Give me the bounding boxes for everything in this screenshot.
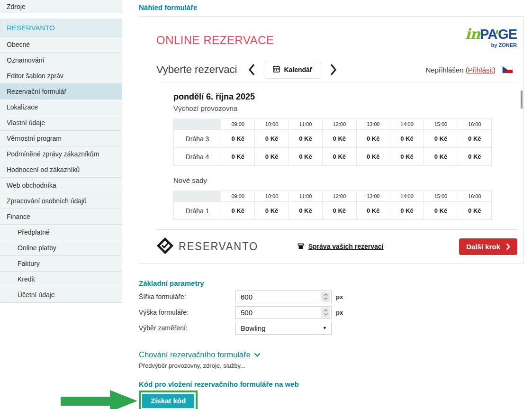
price-slot[interactable]: 0 Kč	[255, 202, 289, 220]
time-header: 14:00	[390, 191, 424, 202]
login-status-text: Nepřihlášen	[425, 66, 463, 74]
price-slot[interactable]: 0 Kč	[458, 202, 491, 220]
price-slot[interactable]: 0 Kč	[221, 148, 255, 166]
price-slot[interactable]: 0 Kč	[390, 202, 424, 220]
page: Zdroje RESERVANTO ObecnéOznamováníEditor…	[0, 0, 532, 409]
sidebar-item[interactable]: Předplatné	[0, 225, 122, 240]
price-slot[interactable]: 0 Kč	[424, 202, 458, 220]
behavior-subtitle: Předvýběr provozovny, zdroje, služby...	[139, 362, 524, 369]
login-status-block: Nepřihlášen (Přihlásit)	[425, 66, 513, 74]
lane-label: Dráha 3	[174, 130, 221, 148]
price-slot[interactable]: 0 Kč	[424, 130, 458, 148]
price-slot[interactable]: 0 Kč	[221, 202, 255, 220]
preview-scrollbar-thumb[interactable]	[521, 91, 523, 109]
venue-subtitle: Výchozí provozovna	[173, 104, 492, 113]
focus-select[interactable]: Bowling ▼	[235, 322, 332, 335]
sidebar-item[interactable]: Editor šablon zpráv	[0, 68, 122, 84]
time-header: 13:00	[356, 119, 390, 130]
czech-flag-icon[interactable]	[503, 66, 513, 73]
sidebar-item[interactable]: Vlastní údaje	[0, 115, 122, 131]
form-width-row: Šířka formuláře: px	[139, 290, 524, 303]
form-focus-label: Výběr zaměření:	[139, 324, 235, 332]
calendar-view-button[interactable]: Kalendář	[264, 61, 321, 79]
behavior-link[interactable]: Chování rezervačního formuláře	[139, 350, 251, 359]
calendar-icon	[273, 65, 280, 74]
manage-reservations-link[interactable]: Správa vašich rezervací	[298, 243, 384, 250]
form-width-unit: px	[336, 293, 343, 300]
sidebar-item[interactable]: Obecné	[0, 37, 122, 53]
price-slot[interactable]: 0 Kč	[289, 130, 322, 148]
time-header: 11:00	[289, 119, 322, 130]
price-slot[interactable]: 0 Kč	[356, 148, 390, 166]
sidebar-item[interactable]: Věrnostní program	[0, 131, 122, 146]
price-slot[interactable]: 0 Kč	[289, 148, 322, 166]
time-header: 16:00	[458, 191, 491, 202]
schedule-row: Dráha 30 Kč0 Kč0 Kč0 Kč0 Kč0 Kč0 Kč0 Kč	[174, 130, 492, 148]
reservation-nav-row: Vyberte rezervaci	[156, 60, 513, 79]
reservanto-brand: RESERVANTO	[156, 237, 265, 256]
spinner-icon[interactable]	[321, 308, 330, 318]
price-slot[interactable]: 0 Kč	[323, 130, 356, 148]
price-slot[interactable]: 0 Kč	[289, 202, 322, 220]
get-code-row: Získat kód	[139, 391, 524, 409]
time-header: 16:00	[458, 119, 491, 130]
sidebar-item[interactable]: Web obchodníka	[0, 178, 122, 193]
sidebar-item[interactable]: Oznamování	[0, 53, 122, 68]
price-slot[interactable]: 0 Kč	[356, 202, 390, 220]
next-step-label: Další krok	[466, 243, 500, 251]
spinner-icon[interactable]	[321, 292, 330, 302]
price-slot[interactable]: 0 Kč	[323, 202, 356, 220]
login-link[interactable]: Přihlásit	[468, 66, 493, 74]
time-header: 12:00	[323, 119, 356, 130]
price-slot[interactable]: 0 Kč	[356, 130, 390, 148]
sidebar-item[interactable]: Hodnocení od zákazníků	[0, 162, 122, 178]
behavior-link-row: Chování rezervačního formuláře	[139, 350, 524, 359]
time-header: 10:00	[255, 191, 289, 202]
price-slot[interactable]: 0 Kč	[458, 148, 491, 166]
second-venue-title: Nové sady	[173, 176, 492, 185]
form-width-input[interactable]	[236, 291, 331, 303]
schedule-row: Dráha 40 Kč0 Kč0 Kč0 Kč0 Kč0 Kč0 Kč0 Kč	[174, 148, 492, 166]
price-slot[interactable]: 0 Kč	[323, 148, 356, 166]
sidebar-item[interactable]: Podmíněné zprávy zákazníkům	[0, 146, 122, 162]
chevron-right-icon[interactable]	[328, 64, 339, 76]
sidebar-item[interactable]: Online platby	[0, 240, 122, 256]
login-paren-close: )	[493, 66, 496, 74]
time-header: 14:00	[390, 119, 424, 130]
form-height-input[interactable]	[236, 307, 331, 318]
sidebar: Zdroje RESERVANTO ObecnéOznamováníEditor…	[0, 0, 122, 409]
price-slot[interactable]: 0 Kč	[255, 148, 289, 166]
price-slot[interactable]: 0 Kč	[424, 148, 458, 166]
sidebar-item[interactable]: Kredit	[0, 272, 122, 287]
form-width-label: Šířka formuláře:	[139, 293, 235, 300]
price-slot[interactable]: 0 Kč	[255, 130, 289, 148]
sidebar-item[interactable]: Zpracování osobních údajů	[0, 193, 122, 209]
sidebar-item[interactable]: Lokalizace	[0, 100, 122, 115]
day-title: pondělí 6. října 2025	[173, 91, 492, 102]
form-height-row: Výška formuláře: px	[139, 306, 524, 319]
schedule-table: 09:0010:0011:0012:0013:0014:0015:0016:00…	[173, 118, 492, 166]
sidebar-item[interactable]: Rezervační formulář	[0, 84, 122, 100]
price-slot[interactable]: 0 Kč	[390, 130, 424, 148]
schedule-table: 09:0010:0011:0012:0013:0014:0015:0016:00…	[173, 191, 492, 220]
price-slot[interactable]: 0 Kč	[390, 148, 424, 166]
sidebar-item[interactable]: Finance	[0, 209, 122, 225]
inpage-logo-in: in	[465, 26, 480, 42]
time-header: 10:00	[255, 119, 289, 130]
focus-select-value: Bowling	[241, 324, 266, 332]
next-step-button[interactable]: Další krok	[459, 238, 517, 255]
sidebar-item[interactable]: Účetní údaje	[0, 287, 122, 303]
params-form: Šířka formuláře: px Výška formuláře:	[139, 290, 524, 335]
chevron-down-icon	[254, 353, 261, 357]
choose-reservation-label: Vyberte rezervaci	[156, 64, 237, 76]
get-code-button[interactable]: Získat kód	[142, 394, 194, 408]
sidebar-item-zdroje[interactable]: Zdroje	[0, 0, 122, 13]
form-height-label: Výška formuláře:	[139, 309, 235, 316]
sidebar-group-title: RESERVANTO	[0, 18, 122, 37]
price-slot[interactable]: 0 Kč	[221, 130, 255, 148]
time-header: 13:00	[356, 191, 390, 202]
sidebar-item[interactable]: Faktury	[0, 256, 122, 272]
price-slot[interactable]: 0 Kč	[458, 130, 491, 148]
next-arrow-icon	[506, 243, 510, 250]
chevron-left-icon[interactable]	[246, 64, 257, 76]
